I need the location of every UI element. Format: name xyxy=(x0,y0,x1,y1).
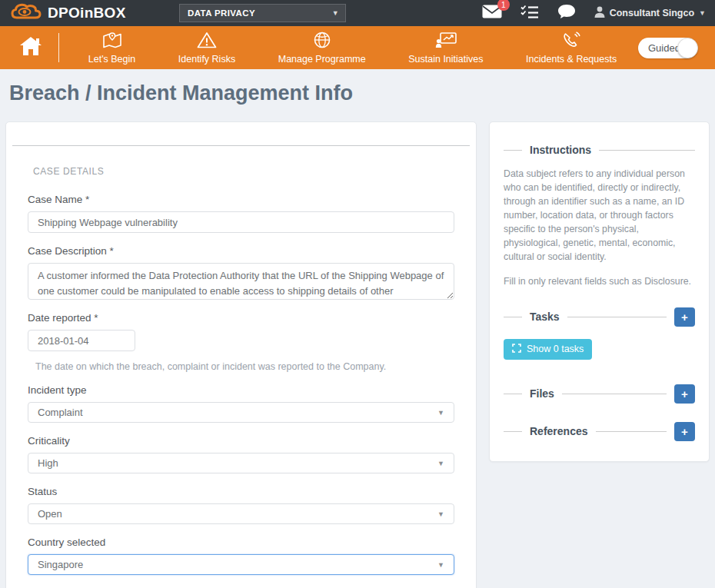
main-nav: Let's Begin Identify Risks xyxy=(0,26,715,69)
date-reported-help: The date on which the breach, complaint … xyxy=(35,361,454,372)
legend-dash xyxy=(504,394,522,394)
incident-type-value: Complaint xyxy=(38,407,83,418)
mail-badge: 1 xyxy=(497,0,510,11)
case-name-input[interactable] xyxy=(28,211,454,233)
incident-type-select[interactable]: Complaint ▼ xyxy=(28,402,454,423)
country-select[interactable]: Singapore ▼ xyxy=(28,554,454,575)
show-tasks-button[interactable]: Show 0 tasks xyxy=(504,339,592,360)
case-description-label: Case Description * xyxy=(28,245,454,257)
phone-icon xyxy=(562,32,580,51)
warning-triangle-icon xyxy=(197,32,217,51)
tasks-header: Tasks + xyxy=(504,307,695,327)
legend-dash xyxy=(504,317,522,317)
module-select-value: DATA PRIVACY xyxy=(188,8,255,18)
references-title: References xyxy=(530,425,588,437)
status-group: Status Open ▼ xyxy=(28,486,454,524)
sidebar-card: Instructions Data subject refers to any … xyxy=(489,121,710,462)
add-file-button[interactable]: + xyxy=(674,384,695,404)
nav-item-label: Incidents & Requests xyxy=(526,54,617,65)
files-header: Files + xyxy=(504,384,695,404)
guided-toggle-knob[interactable] xyxy=(677,38,698,58)
instructions-title: Instructions xyxy=(530,144,591,156)
cloud-eye-logo-icon xyxy=(9,2,43,25)
page-title: Breach / Incident Management Info xyxy=(9,81,715,105)
chevron-down-icon: ▼ xyxy=(699,9,706,17)
country-value: Singapore xyxy=(38,559,83,570)
date-reported-group: Date reported * The date on which the br… xyxy=(28,312,454,372)
status-label: Status xyxy=(28,486,454,497)
case-description-textarea[interactable]: A customer informed the Data Protection … xyxy=(28,263,454,300)
criticality-select[interactable]: High ▼ xyxy=(28,453,454,473)
nav-item-label: Manage Programme xyxy=(278,54,366,65)
show-tasks-label: Show 0 tasks xyxy=(527,344,584,354)
case-form-card: CASE DETAILS Case Name * Case Descriptio… xyxy=(5,121,477,588)
presentation-icon xyxy=(435,32,457,51)
topbar-actions: 1 xyxy=(482,4,706,22)
guided-toggle-label: Guided xyxy=(648,42,680,54)
incident-type-label: Incident type xyxy=(28,384,454,396)
criticality-label: Criticality xyxy=(28,435,454,447)
globe-icon xyxy=(313,32,331,51)
instructions-header: Instructions xyxy=(504,144,695,156)
legend-dash xyxy=(504,150,522,151)
chevron-down-icon: ▼ xyxy=(437,510,444,518)
add-reference-button[interactable]: + xyxy=(674,422,695,441)
case-name-label: Case Name * xyxy=(28,194,454,205)
criticality-group: Criticality High ▼ xyxy=(28,435,454,473)
legend-line xyxy=(562,394,667,394)
mail-button[interactable]: 1 xyxy=(482,5,502,22)
date-reported-input[interactable] xyxy=(28,330,135,351)
case-description-group: Case Description * A customer informed t… xyxy=(28,245,454,300)
instructions-paragraph-2: Fill in only relevant fields such as Dis… xyxy=(504,274,695,288)
legend-line xyxy=(599,150,695,151)
user-icon xyxy=(594,6,605,20)
chevron-down-icon: ▼ xyxy=(437,561,444,569)
nav-home-button[interactable] xyxy=(18,35,43,60)
status-value: Open xyxy=(38,508,62,520)
case-details-fields: Case Name * Case Description * A custome… xyxy=(6,177,476,575)
status-select[interactable]: Open ▼ xyxy=(28,503,454,524)
topbar: DPOinBOX DATA PRIVACY ▼ 1 xyxy=(0,0,715,26)
user-menu[interactable]: Consultant Singco ▼ xyxy=(594,6,706,20)
home-icon xyxy=(18,35,43,60)
brand-logo[interactable]: DPOinBOX xyxy=(9,2,126,25)
add-task-button[interactable]: + xyxy=(674,307,695,327)
country-group: Country selected Singapore ▼ xyxy=(28,537,454,575)
chevron-down-icon: ▼ xyxy=(332,9,339,17)
form-top-divider xyxy=(12,145,470,146)
country-label: Country selected xyxy=(28,537,454,548)
nav-item-manage-programme[interactable]: Manage Programme xyxy=(278,32,366,65)
files-title: Files xyxy=(530,387,554,400)
section-title-case-details: CASE DETAILS xyxy=(33,166,476,177)
module-select[interactable]: DATA PRIVACY ▼ xyxy=(179,4,346,22)
brand-name: DPOinBOX xyxy=(48,5,126,22)
expand-icon xyxy=(512,344,521,355)
guided-toggle[interactable]: Guided xyxy=(638,38,695,58)
nav-item-lets-begin[interactable]: Let's Begin xyxy=(88,32,135,65)
legend-line xyxy=(596,431,667,432)
incident-type-group: Incident type Complaint ▼ xyxy=(28,384,454,423)
nav-item-identify-risks[interactable]: Identify Risks xyxy=(178,32,235,65)
date-reported-label: Date reported * xyxy=(28,312,454,324)
nav-item-label: Let's Begin xyxy=(88,54,135,65)
content: CASE DETAILS Case Name * Case Descriptio… xyxy=(0,121,715,588)
map-icon xyxy=(102,32,122,51)
criticality-value: High xyxy=(38,457,58,469)
references-header: References + xyxy=(504,422,695,441)
legend-dash xyxy=(504,431,522,432)
tasks-list-button[interactable] xyxy=(520,5,539,22)
nav-items: Let's Begin Identify Risks xyxy=(67,32,638,65)
user-name: Consultant Singco xyxy=(610,8,694,18)
chevron-down-icon: ▼ xyxy=(437,460,444,467)
chat-bubble-icon xyxy=(557,4,576,22)
nav-item-label: Sustain Initiatives xyxy=(408,54,483,65)
chat-button[interactable] xyxy=(557,4,576,22)
instructions-paragraph-1: Data subject refers to any individual pe… xyxy=(504,167,695,264)
nav-divider xyxy=(58,33,59,62)
case-name-group: Case Name * xyxy=(28,194,454,233)
legend-line xyxy=(567,317,667,317)
nav-item-sustain-initiatives[interactable]: Sustain Initiatives xyxy=(408,32,483,65)
nav-item-incidents-requests[interactable]: Incidents & Requests xyxy=(526,32,617,65)
chevron-down-icon: ▼ xyxy=(437,409,444,417)
tasks-title: Tasks xyxy=(530,311,560,323)
